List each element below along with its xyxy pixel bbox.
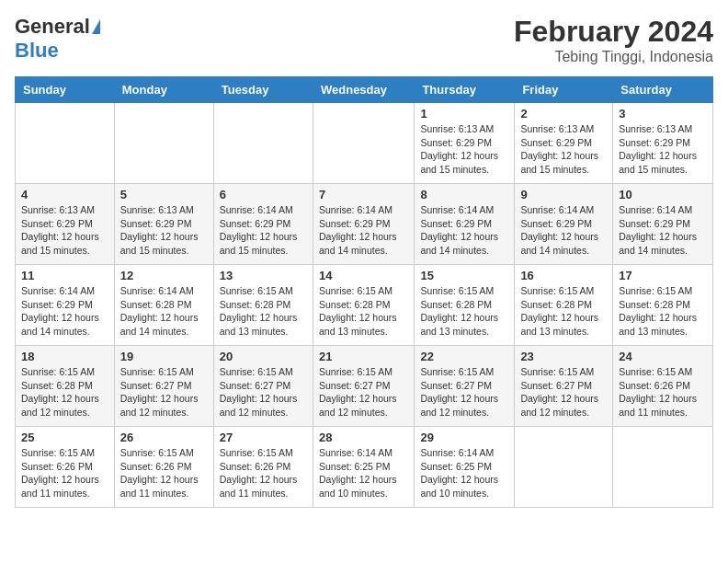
calendar-cell: 1Sunrise: 6:13 AMSunset: 6:29 PMDaylight… [415,103,515,184]
day-number: 2 [520,107,607,121]
calendar-cell: 22Sunrise: 6:15 AMSunset: 6:27 PMDayligh… [415,346,515,427]
day-number: 15 [420,269,508,282]
calendar-cell: 10Sunrise: 6:14 AMSunset: 6:29 PMDayligh… [613,184,713,265]
calendar-weekday-thursday: Thursday [415,77,515,103]
day-number: 7 [319,188,408,201]
day-info: Sunrise: 6:13 AMSunset: 6:29 PMDaylight:… [21,203,108,258]
logo: General Blue [15,15,100,63]
day-info: Sunrise: 6:15 AMSunset: 6:28 PMDaylight:… [220,284,307,339]
calendar-cell: 13Sunrise: 6:15 AMSunset: 6:28 PMDayligh… [213,265,313,346]
day-number: 9 [520,188,607,201]
calendar-cell: 29Sunrise: 6:14 AMSunset: 6:25 PMDayligh… [415,427,515,508]
calendar-cell: 12Sunrise: 6:14 AMSunset: 6:28 PMDayligh… [114,265,213,346]
day-info: Sunrise: 6:15 AMSunset: 6:27 PMDaylight:… [319,365,408,419]
calendar-week-row: 1Sunrise: 6:13 AMSunset: 6:29 PMDaylight… [16,103,713,184]
day-info: Sunrise: 6:14 AMSunset: 6:29 PMDaylight:… [21,284,108,339]
day-number: 1 [420,107,508,121]
day-info: Sunrise: 6:15 AMSunset: 6:27 PMDaylight:… [120,365,208,419]
calendar-cell: 28Sunrise: 6:14 AMSunset: 6:25 PMDayligh… [313,427,414,508]
day-number: 19 [120,350,208,363]
day-number: 11 [21,269,108,282]
calendar-cell: 27Sunrise: 6:15 AMSunset: 6:26 PMDayligh… [213,427,313,508]
calendar-cell: 2Sunrise: 6:13 AMSunset: 6:29 PMDaylight… [515,103,613,184]
day-number: 16 [520,269,607,282]
day-info: Sunrise: 6:14 AMSunset: 6:25 PMDaylight:… [319,446,408,500]
calendar-cell: 26Sunrise: 6:15 AMSunset: 6:26 PMDayligh… [114,427,213,508]
day-number: 25 [21,431,108,444]
day-info: Sunrise: 6:15 AMSunset: 6:26 PMDaylight:… [21,446,108,500]
calendar-cell: 14Sunrise: 6:15 AMSunset: 6:28 PMDayligh… [313,265,414,346]
title-area: February 2024 Tebing Tinggi, Indonesia [514,15,713,65]
day-number: 21 [319,350,408,363]
day-number: 18 [21,350,108,363]
calendar-cell [313,103,414,184]
calendar-weekday-friday: Friday [515,77,613,103]
day-info: Sunrise: 6:15 AMSunset: 6:27 PMDaylight:… [420,365,508,419]
calendar-week-row: 4Sunrise: 6:13 AMSunset: 6:29 PMDaylight… [16,184,713,265]
day-number: 28 [319,431,408,444]
day-info: Sunrise: 6:15 AMSunset: 6:28 PMDaylight:… [520,284,607,339]
day-info: Sunrise: 6:13 AMSunset: 6:29 PMDaylight:… [120,203,208,258]
day-number: 24 [619,350,707,363]
calendar-cell: 9Sunrise: 6:14 AMSunset: 6:29 PMDaylight… [515,184,613,265]
day-number: 13 [220,269,307,282]
logo-blue: Blue [15,39,59,62]
day-info: Sunrise: 6:15 AMSunset: 6:27 PMDaylight:… [520,365,607,419]
day-number: 12 [120,269,208,282]
day-info: Sunrise: 6:14 AMSunset: 6:25 PMDaylight:… [420,446,508,500]
day-number: 29 [420,431,508,444]
page-title: February 2024 [514,15,713,49]
calendar-cell: 5Sunrise: 6:13 AMSunset: 6:29 PMDaylight… [114,184,213,265]
calendar-cell: 21Sunrise: 6:15 AMSunset: 6:27 PMDayligh… [313,346,414,427]
calendar-cell: 16Sunrise: 6:15 AMSunset: 6:28 PMDayligh… [515,265,613,346]
logo-general: General [15,15,90,39]
day-info: Sunrise: 6:14 AMSunset: 6:29 PMDaylight:… [420,203,508,258]
calendar-weekday-tuesday: Tuesday [213,77,313,103]
day-number: 5 [120,188,208,201]
calendar-cell: 3Sunrise: 6:13 AMSunset: 6:29 PMDaylight… [613,103,713,184]
day-number: 3 [619,107,707,121]
day-info: Sunrise: 6:13 AMSunset: 6:29 PMDaylight:… [520,122,607,177]
calendar-table: SundayMondayTuesdayWednesdayThursdayFrid… [15,76,713,508]
calendar-cell: 8Sunrise: 6:14 AMSunset: 6:29 PMDaylight… [415,184,515,265]
calendar-cell: 6Sunrise: 6:14 AMSunset: 6:29 PMDaylight… [213,184,313,265]
day-info: Sunrise: 6:15 AMSunset: 6:28 PMDaylight:… [319,284,408,339]
calendar-header-row: SundayMondayTuesdayWednesdayThursdayFrid… [16,77,713,103]
day-info: Sunrise: 6:13 AMSunset: 6:29 PMDaylight:… [420,122,508,177]
calendar-cell: 17Sunrise: 6:15 AMSunset: 6:28 PMDayligh… [613,265,713,346]
day-number: 17 [619,269,707,282]
day-info: Sunrise: 6:15 AMSunset: 6:26 PMDaylight:… [220,446,307,500]
day-info: Sunrise: 6:15 AMSunset: 6:28 PMDaylight:… [21,365,108,419]
day-number: 10 [619,188,707,201]
day-number: 23 [520,350,607,363]
day-info: Sunrise: 6:14 AMSunset: 6:29 PMDaylight:… [319,203,408,258]
day-info: Sunrise: 6:15 AMSunset: 6:26 PMDaylight:… [120,446,208,500]
calendar-cell: 19Sunrise: 6:15 AMSunset: 6:27 PMDayligh… [114,346,213,427]
calendar-weekday-wednesday: Wednesday [313,77,414,103]
day-info: Sunrise: 6:14 AMSunset: 6:29 PMDaylight:… [619,203,707,258]
day-number: 27 [220,431,307,444]
day-info: Sunrise: 6:15 AMSunset: 6:28 PMDaylight:… [619,284,707,339]
calendar-cell: 25Sunrise: 6:15 AMSunset: 6:26 PMDayligh… [16,427,115,508]
day-info: Sunrise: 6:15 AMSunset: 6:27 PMDaylight:… [220,365,307,419]
day-info: Sunrise: 6:15 AMSunset: 6:26 PMDaylight:… [619,365,707,419]
calendar-cell: 20Sunrise: 6:15 AMSunset: 6:27 PMDayligh… [213,346,313,427]
calendar-cell [613,427,713,508]
calendar-cell: 23Sunrise: 6:15 AMSunset: 6:27 PMDayligh… [515,346,613,427]
calendar-cell: 4Sunrise: 6:13 AMSunset: 6:29 PMDaylight… [16,184,115,265]
calendar-cell: 7Sunrise: 6:14 AMSunset: 6:29 PMDaylight… [313,184,414,265]
page-subtitle: Tebing Tinggi, Indonesia [514,49,713,65]
calendar-cell: 11Sunrise: 6:14 AMSunset: 6:29 PMDayligh… [16,265,115,346]
calendar-cell [213,103,313,184]
page-header: General Blue February 2024 Tebing Tinggi… [15,15,713,65]
calendar-cell: 18Sunrise: 6:15 AMSunset: 6:28 PMDayligh… [16,346,115,427]
calendar-weekday-monday: Monday [114,77,213,103]
day-info: Sunrise: 6:15 AMSunset: 6:28 PMDaylight:… [420,284,508,339]
calendar-cell [114,103,213,184]
calendar-cell: 15Sunrise: 6:15 AMSunset: 6:28 PMDayligh… [415,265,515,346]
calendar-weekday-sunday: Sunday [16,77,115,103]
day-number: 22 [420,350,508,363]
calendar-week-row: 11Sunrise: 6:14 AMSunset: 6:29 PMDayligh… [16,265,713,346]
day-info: Sunrise: 6:14 AMSunset: 6:28 PMDaylight:… [120,284,208,339]
calendar-week-row: 18Sunrise: 6:15 AMSunset: 6:28 PMDayligh… [16,346,713,427]
